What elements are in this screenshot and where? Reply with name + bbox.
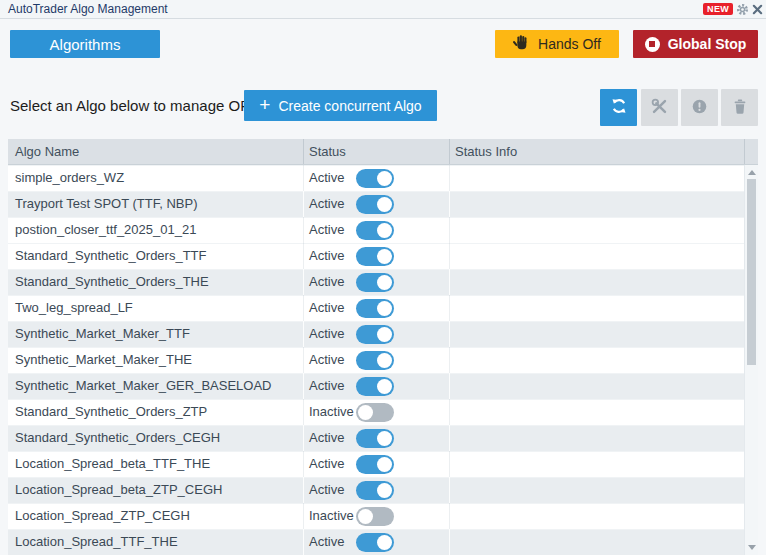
table-row[interactable]: Location_Spread_beta_ZTP_CEGH Active [8, 477, 744, 503]
status-info-cell [449, 477, 744, 503]
status-toggle[interactable] [356, 377, 394, 396]
table-row[interactable]: Synthetic_Market_Maker_TTF Active [8, 321, 744, 347]
toggle-knob [377, 171, 392, 186]
status-toggle[interactable] [356, 455, 394, 474]
status-info-cell [449, 269, 744, 295]
status-label: Active [309, 243, 356, 269]
status-cell: Active [303, 425, 449, 451]
toggle-knob [377, 223, 392, 238]
status-info-cell [449, 243, 744, 269]
create-concurrent-algo-button[interactable]: + Create concurrent Algo [244, 90, 437, 121]
status-toggle[interactable] [356, 507, 394, 526]
table-row[interactable]: Two_leg_spread_LF Active [8, 295, 744, 321]
column-header-status-info[interactable]: Status Info [449, 139, 744, 164]
status-toggle[interactable] [356, 195, 394, 214]
hands-off-label: Hands Off [538, 36, 601, 52]
algo-name-cell: Location_Spread_ZTP_CEGH [8, 503, 303, 529]
toggle-knob [377, 483, 392, 498]
column-header-algo-name[interactable]: Algo Name [8, 139, 303, 164]
vertical-scrollbar[interactable] [744, 165, 758, 555]
tab-algorithms[interactable]: Algorithms [10, 30, 160, 58]
status-label: Inactive [309, 503, 356, 529]
toggle-knob [377, 249, 392, 264]
trash-button[interactable] [721, 89, 758, 126]
algo-name-cell: Standard_Synthetic_Orders_CEGH [8, 425, 303, 451]
status-toggle[interactable] [356, 481, 394, 500]
table-row[interactable]: Synthetic_Market_Maker_THE Active [8, 347, 744, 373]
toggle-knob [377, 353, 392, 368]
algorithms-label: Algorithms [50, 36, 121, 53]
status-label: Active [309, 165, 356, 191]
toggle-knob [377, 457, 392, 472]
toggle-knob [377, 197, 392, 212]
table-row[interactable]: Standard_Synthetic_Orders_CEGH Active [8, 425, 744, 451]
refresh-icon [610, 97, 628, 118]
status-toggle[interactable] [356, 169, 394, 188]
status-toggle[interactable] [356, 533, 394, 552]
table-row[interactable]: Standard_Synthetic_Orders_TTF Active [8, 243, 744, 269]
status-toggle[interactable] [356, 351, 394, 370]
status-cell: Active [303, 347, 449, 373]
algo-name-cell: Standard_Synthetic_Orders_TTF [8, 243, 303, 269]
algo-name-cell: Synthetic_Market_Maker_THE [8, 347, 303, 373]
table-row[interactable]: Location_Spread_beta_TTF_THE Active [8, 451, 744, 477]
table-row[interactable]: Trayport Test SPOT (TTF, NBP) Active [8, 191, 744, 217]
algo-name-cell: Location_Spread_TTF_THE [8, 529, 303, 555]
algo-name-cell: simple_orders_WZ [8, 165, 303, 191]
status-toggle[interactable] [356, 221, 394, 240]
toggle-knob [377, 535, 392, 550]
scroll-down-arrow-icon[interactable] [748, 545, 756, 550]
table-row[interactable]: Synthetic_Market_Maker_GER_BASELOAD Acti… [8, 373, 744, 399]
status-info-cell [449, 217, 744, 243]
stop-icon [645, 37, 660, 52]
hands-off-button[interactable]: Hands Off [495, 30, 619, 58]
tools-button[interactable] [641, 89, 678, 126]
algo-name-cell: Trayport Test SPOT (TTF, NBP) [8, 191, 303, 217]
status-toggle[interactable] [356, 273, 394, 292]
toggle-knob [377, 327, 392, 342]
close-icon[interactable] [751, 3, 764, 16]
status-toggle[interactable] [356, 403, 394, 422]
algo-name-cell: Synthetic_Market_Maker_GER_BASELOAD [8, 373, 303, 399]
status-info-cell [449, 451, 744, 477]
status-label: Active [309, 451, 356, 477]
scrollbar-thumb[interactable] [747, 179, 756, 365]
status-cell: Active [303, 165, 449, 191]
tools-icon [651, 98, 668, 118]
table-row[interactable]: postion_closer_ttf_2025_01_21 Active [8, 217, 744, 243]
status-cell: Active [303, 451, 449, 477]
status-info-cell [449, 399, 744, 425]
status-info-cell [449, 529, 744, 555]
new-badge: NEW [703, 3, 733, 15]
algo-name-cell: Synthetic_Market_Maker_TTF [8, 321, 303, 347]
status-info-cell [449, 165, 744, 191]
table-row[interactable]: Location_Spread_TTF_THE Active [8, 529, 744, 555]
warning-button[interactable] [681, 89, 718, 126]
refresh-button[interactable] [600, 89, 637, 126]
status-info-cell [449, 373, 744, 399]
gear-icon[interactable] [736, 3, 749, 16]
table-row[interactable]: Location_Spread_ZTP_CEGH Inactive [8, 503, 744, 529]
table-row[interactable]: Standard_Synthetic_Orders_THE Active [8, 269, 744, 295]
status-toggle[interactable] [356, 325, 394, 344]
status-cell: Inactive [303, 503, 449, 529]
status-label: Active [309, 425, 356, 451]
column-header-scroll-spacer [744, 139, 758, 164]
status-label: Active [309, 477, 356, 503]
status-info-cell [449, 191, 744, 217]
status-toggle[interactable] [356, 247, 394, 266]
column-header-status[interactable]: Status [303, 139, 449, 164]
status-toggle[interactable] [356, 299, 394, 318]
table-row[interactable]: simple_orders_WZ Active [8, 165, 744, 191]
status-cell: Active [303, 269, 449, 295]
algo-table: Algo Name Status Status Info simple_orde… [8, 139, 758, 555]
table-row[interactable]: Standard_Synthetic_Orders_ZTP Inactive [8, 399, 744, 425]
create-algo-label: Create concurrent Algo [278, 98, 421, 114]
table-header: Algo Name Status Status Info [8, 139, 758, 165]
algo-name-cell: Location_Spread_beta_ZTP_CEGH [8, 477, 303, 503]
table-body: simple_orders_WZ Active Trayport Test SP… [8, 165, 744, 555]
scroll-up-arrow-icon[interactable] [748, 170, 756, 175]
status-toggle[interactable] [356, 429, 394, 448]
global-stop-button[interactable]: Global Stop [633, 30, 758, 58]
status-cell: Inactive [303, 399, 449, 425]
